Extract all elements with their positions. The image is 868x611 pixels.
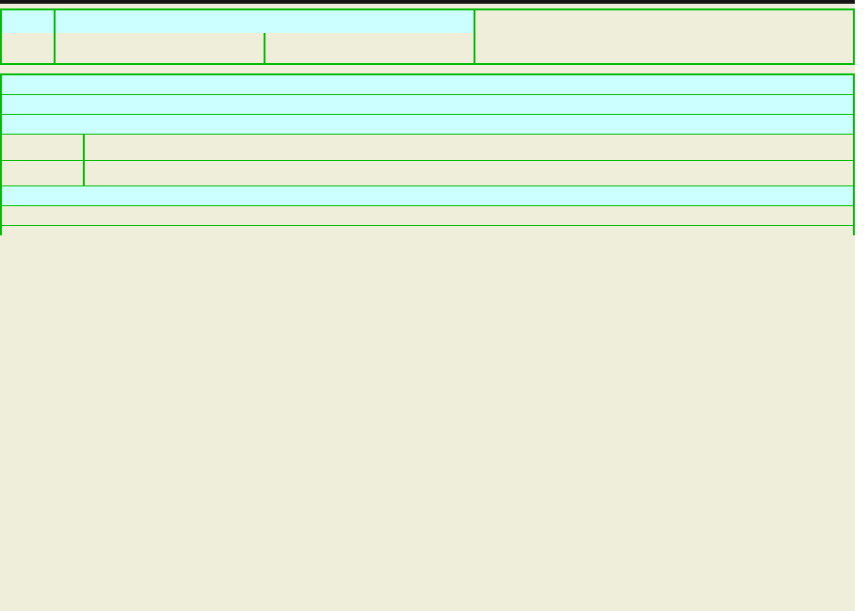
tm-zodiac-cells — [475, 33, 853, 63]
page — [0, 0, 855, 611]
wuxing-xiao-row — [2, 135, 853, 161]
numbers-header-cell — [56, 10, 474, 33]
heading-attributes — [2, 75, 853, 95]
daihao-row — [2, 206, 853, 226]
footer-strip — [2, 226, 853, 235]
zodiac-year-header — [475, 10, 853, 33]
tm-big-cell — [264, 33, 474, 63]
sanliuhe-row — [2, 161, 853, 186]
sanliuhe-label — [2, 161, 85, 185]
tm-row — [2, 33, 853, 63]
wave-bars — [0, 0, 855, 4]
heading-wuxing-sanhe — [2, 115, 853, 135]
tm-label — [2, 33, 56, 63]
main-table — [0, 8, 855, 65]
main-table-header — [2, 10, 853, 33]
wuxing-header-cell — [2, 10, 56, 33]
siji-row — [2, 186, 853, 206]
tm-small-cell — [56, 33, 264, 63]
wuxing-xiao-label — [2, 135, 85, 160]
lower-block — [0, 73, 855, 235]
heading-codes — [2, 95, 853, 115]
